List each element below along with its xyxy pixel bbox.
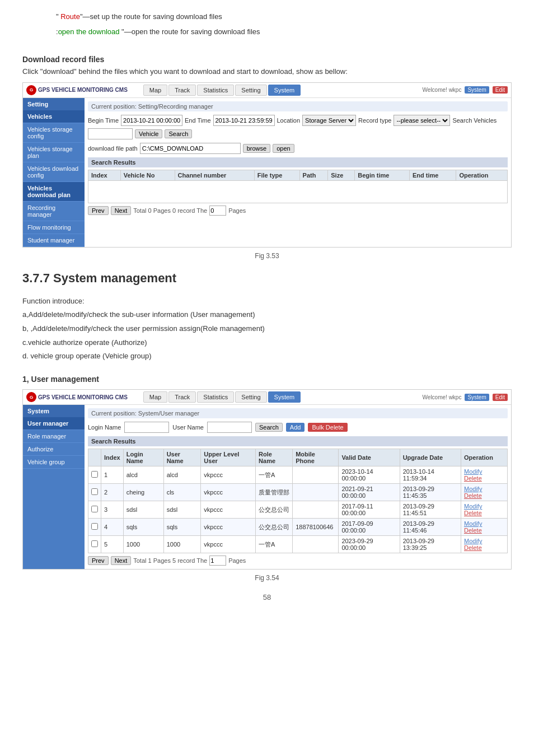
welcome-text-2: Welcome! wkpc [423, 394, 462, 400]
cell-role: 质量管理部 [256, 484, 293, 501]
next-btn-2[interactable]: Next [111, 556, 132, 565]
delete-btn[interactable]: Delete [464, 544, 482, 551]
sidebar-recording[interactable]: Recording manager [23, 202, 85, 221]
search-btn-2[interactable]: Search [255, 423, 283, 432]
nav-statistics-2[interactable]: Statistics [197, 391, 234, 403]
col-upgrade: Upgrade Date [400, 449, 461, 466]
vehicle-input[interactable] [88, 128, 133, 139]
cms-right-1: Welcome! wkpc System Edit [423, 86, 508, 94]
nav-setting-1[interactable]: Setting [235, 85, 266, 96]
begin-time-input[interactable] [121, 115, 182, 126]
delete-btn[interactable]: Delete [464, 527, 482, 534]
delete-btn[interactable]: Delete [464, 475, 482, 482]
nav-setting-2[interactable]: Setting [235, 391, 266, 403]
vehicle-btn[interactable]: Vehicle [135, 129, 162, 138]
nav-track-1[interactable]: Track [168, 85, 196, 96]
system-btn-1[interactable]: System [465, 86, 489, 94]
nav-track-2[interactable]: Track [168, 391, 196, 403]
cms-sidebar-1: Setting Vehicles Vehicles storage config… [23, 98, 85, 247]
end-time-input[interactable] [213, 115, 275, 126]
sidebar-authorize[interactable]: Authorize [23, 443, 85, 456]
row-checkbox[interactable] [91, 523, 98, 530]
sidebar-vehicles[interactable]: Vehicles [23, 110, 85, 123]
cell-op: Modify Delete [461, 466, 507, 484]
cell-login: 1000 [123, 536, 163, 553]
sidebar-vehicles-dl-config[interactable]: Vehicles download config [23, 162, 85, 182]
sidebar-student[interactable]: Student manager [23, 234, 85, 247]
modify-btn[interactable]: Modify [464, 538, 482, 544]
prev-btn-2[interactable]: Prev [88, 556, 109, 565]
row-checkbox[interactable] [91, 488, 98, 495]
system-btn-2[interactable]: System [465, 394, 489, 401]
row-checkbox[interactable] [91, 540, 98, 547]
modify-btn[interactable]: Modify [464, 520, 482, 527]
position-bar-2: Current position: System/User manager [88, 408, 508, 418]
add-btn[interactable]: Add [286, 423, 305, 432]
search-btn-1[interactable]: Search [165, 129, 192, 138]
modify-btn[interactable]: Modify [464, 468, 482, 475]
col-vehicle: Vehicle No [120, 170, 175, 180]
nav-map-1[interactable]: Map [143, 85, 167, 96]
sidebar-vehicles-storage[interactable]: Vehicles storage config [23, 123, 85, 143]
col-path: Path [299, 170, 328, 180]
sidebar-user-manager[interactable]: User manager [23, 417, 85, 430]
cell-upper: vkpccc [201, 466, 256, 484]
col-filetype: File type [254, 170, 299, 180]
location-select[interactable]: Storage Server [302, 115, 356, 126]
cell-upgrade: 2013-09-29 11:45:46 [400, 519, 461, 536]
download-heading: Download record files [22, 55, 512, 64]
cell-role: 一管A [256, 536, 293, 553]
record-label: Record type [358, 117, 391, 124]
screenshot-fig53: G GPS VEHICLE MONITORING CMS Map Track S… [22, 82, 512, 248]
cms-nav-2: Map Track Statistics Setting System [143, 391, 420, 403]
modify-btn[interactable]: Modify [464, 503, 482, 510]
record-select[interactable]: --please select-- [394, 115, 450, 126]
cell-upper: vkpccc [201, 536, 256, 553]
cms-logo-icon-2: G [26, 392, 36, 402]
page-container: " Route"—set up the route for saving dow… [0, 0, 534, 613]
edit-btn-2[interactable]: Edit [493, 394, 508, 401]
edit-btn-1[interactable]: Edit [493, 86, 508, 94]
results-heading-2: Search Results [88, 436, 508, 446]
sidebar-flow[interactable]: Flow monitoring [23, 221, 85, 234]
cell-user: sdsl [163, 501, 201, 519]
sidebar-role-manager[interactable]: Role manager [23, 430, 85, 443]
user-name-input[interactable] [207, 422, 252, 433]
intro-section: " Route"—set up the route for saving dow… [22, 11, 512, 38]
delete-btn[interactable]: Delete [464, 492, 482, 499]
bulk-delete-btn[interactable]: Bulk Delete [308, 423, 347, 432]
sidebar-vehicles-dl-plan[interactable]: Vehicles download plan [23, 182, 85, 202]
cell-user: sqls [163, 519, 201, 536]
nav-system-2[interactable]: System [268, 391, 301, 403]
open-btn[interactable]: open [273, 144, 294, 153]
pagination-page-1[interactable] [209, 206, 226, 216]
empty-row [88, 180, 508, 203]
intro-quote-post: "—set up the route for saving download f… [80, 12, 222, 21]
sidebar-vehicles-plan[interactable]: Vehicles storage plan [23, 143, 85, 162]
nav-system-1[interactable]: System [268, 85, 301, 96]
col-op: Operation [456, 170, 508, 180]
cell-op: Modify Delete [461, 501, 507, 519]
prev-btn-1[interactable]: Prev [88, 206, 109, 215]
cms-logo-text-1: GPS VEHICLE MONITORING CMS [38, 87, 128, 93]
next-btn-1[interactable]: Next [111, 206, 132, 215]
pagination-page-2[interactable] [209, 556, 226, 566]
func-a: a,Add/delete/modify/check the sub-user i… [22, 308, 512, 322]
cell-valid: 2023-10-14 00:00:00 [339, 466, 400, 484]
login-input[interactable] [124, 422, 169, 433]
delete-btn[interactable]: Delete [464, 510, 482, 516]
row-checkbox[interactable] [91, 471, 98, 478]
page-number: 58 [22, 593, 512, 601]
end-time-label: End Time [185, 117, 210, 124]
path-input[interactable] [140, 143, 241, 154]
modify-btn[interactable]: Modify [464, 486, 482, 492]
user-label: User Name [172, 424, 204, 431]
row-checkbox[interactable] [91, 506, 98, 512]
action-row: Login Name User Name Search Add Bulk Del… [88, 422, 508, 433]
cell-user: alcd [163, 466, 201, 484]
nav-map-2[interactable]: Map [143, 391, 167, 403]
cms-main-2: Current position: System/User manager Lo… [85, 405, 511, 569]
sidebar-vehicle-group[interactable]: Vehicle group [23, 456, 85, 469]
nav-statistics-1[interactable]: Statistics [197, 85, 234, 96]
browse-btn[interactable]: browse [243, 144, 270, 153]
